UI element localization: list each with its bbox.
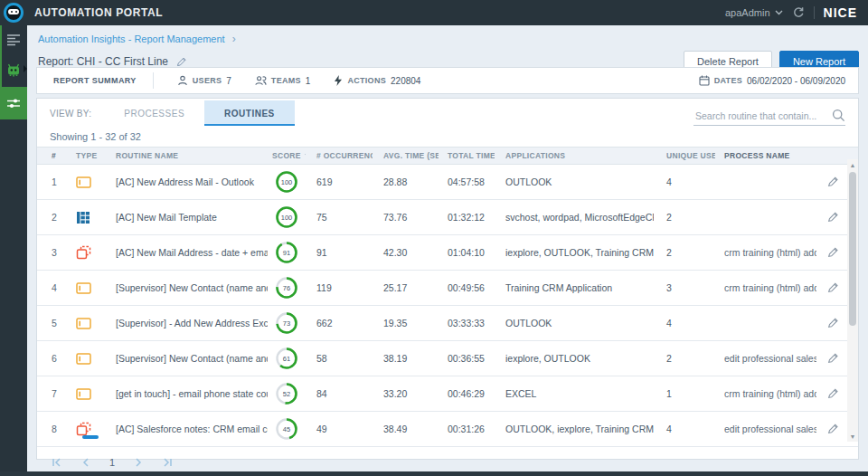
applications-value: OUTLOOK, iexplore, Training CRM Applic..… (495, 424, 654, 434)
scroll-down-icon[interactable]: ▼ (847, 431, 858, 442)
routine-name[interactable]: [AC] Salesforce notes: CRM email copy ..… (105, 424, 268, 434)
next-page-button[interactable] (133, 457, 144, 468)
occurrences-value: 619 (306, 176, 373, 187)
col-header-routine-name[interactable]: ROUTINE NAME (105, 151, 268, 160)
sidebar-item-settings-active[interactable] (0, 87, 27, 119)
window-type-icon (76, 317, 91, 330)
total-time-value: 04:57:58 (439, 176, 495, 187)
col-header-score[interactable]: SCORE (268, 151, 306, 160)
occurrences-value: 662 (306, 318, 373, 328)
routine-name[interactable]: [Supervisor] New Contact (name and p... (105, 282, 268, 293)
table-row[interactable]: 6 [Supervisor] New Contact (name and p..… (37, 341, 858, 376)
search-input[interactable] (693, 107, 845, 126)
table-row[interactable]: 3 [AC] New Mail Address - date + email +… (37, 235, 858, 271)
teams-icon (255, 75, 267, 86)
routine-name[interactable]: [AC] New Mail Template (105, 212, 268, 223)
row-number: 5 (37, 318, 69, 328)
first-page-button[interactable] (52, 457, 62, 468)
window-type-icon (76, 352, 91, 366)
summary-teams: TEAMS 1 (255, 75, 311, 86)
process-name-value: edit professional salesf... (715, 353, 816, 364)
tab-routines[interactable]: ROUTINES (204, 100, 295, 126)
col-header-process-name[interactable]: PROCESS NAME (715, 151, 816, 160)
edit-routine-button[interactable] (816, 246, 849, 259)
routine-name[interactable]: [Supervisor] New Contact (name and p... (105, 353, 268, 364)
unique-users-value: 2 (654, 247, 715, 258)
edit-report-name-button[interactable] (175, 56, 187, 68)
horizontal-scrollbar-thumb[interactable] (82, 435, 99, 439)
routine-name[interactable]: [get in touch] - email phone state coun.… (105, 388, 268, 399)
edit-routine-button[interactable] (816, 352, 849, 365)
vertical-scrollbar-thumb[interactable] (849, 172, 856, 326)
summary-dates[interactable]: DATES 06/02/2020 - 06/09/2020 (699, 75, 858, 86)
col-header-occurrences[interactable]: # OCCURRENCES (306, 151, 373, 160)
scroll-up-icon[interactable]: ▲ (847, 159, 858, 170)
copy-type-icon (76, 422, 91, 436)
col-header-total-time[interactable]: TOTAL TIME (439, 151, 495, 160)
score-cell: 61 (268, 347, 306, 370)
pencil-icon (826, 317, 839, 329)
summary-divider (153, 72, 154, 89)
pencil-icon (826, 281, 839, 294)
process-name-value: edit professional salesf... (715, 424, 816, 434)
edit-routine-button[interactable] (816, 176, 849, 188)
sliders-icon (6, 97, 21, 109)
edit-routine-button[interactable] (816, 211, 849, 224)
edit-routine-button[interactable] (816, 281, 849, 294)
occurrences-value: 91 (306, 247, 373, 258)
table-row[interactable]: 5 [Supervisor] - Add New Address Excel (37, 306, 858, 341)
occurrences-value: 75 (306, 212, 373, 223)
search-icon[interactable] (832, 109, 845, 122)
avg-time-value: 25.17 (373, 282, 439, 293)
row-number: 3 (37, 247, 69, 258)
total-time-value: 01:04:10 (439, 247, 495, 258)
table-row[interactable]: 8 [AC] Salesforce notes: CRM email copy … (37, 412, 858, 447)
refresh-icon[interactable] (792, 6, 805, 19)
table-row[interactable]: 2 [AC] New Mail Template (37, 200, 858, 235)
applications-value: Training CRM Application (495, 282, 654, 293)
sidebar-item-reports[interactable] (0, 25, 27, 54)
routine-name[interactable]: [Supervisor] - Add New Address Excel (105, 318, 268, 328)
col-header-unique-users[interactable]: UNIQUE USERS (654, 151, 715, 160)
topbar-divider (814, 6, 815, 19)
total-time-value: 03:33:33 (439, 318, 495, 328)
col-header-applications[interactable]: APPLICATIONS (495, 151, 654, 160)
table-row[interactable]: 4 [Supervisor] New Contact (name and p..… (37, 271, 858, 306)
score-value: 91 (275, 241, 298, 264)
row-number: 2 (37, 212, 69, 223)
vertical-scrollbar[interactable]: ▲ ▼ (847, 159, 858, 442)
expand-arrow-icon (24, 65, 27, 72)
routine-name[interactable]: [AC] New Address Mail - Outlook (105, 176, 268, 187)
user-menu[interactable]: apaAdmin (725, 7, 783, 18)
process-name-value: crm training (html) add... (715, 282, 816, 293)
edit-routine-button[interactable] (816, 423, 849, 435)
actions-value: 220804 (391, 76, 420, 86)
score-cell: 100 (268, 170, 306, 194)
breadcrumb-link[interactable]: Automation Insights - Report Management (38, 33, 225, 44)
list-icon (6, 33, 21, 46)
routine-type-cell (69, 281, 105, 295)
user-icon (177, 75, 188, 86)
score-value: 45 (275, 417, 298, 441)
tab-processes[interactable]: PROCESSES (104, 100, 204, 126)
current-page[interactable]: 1 (109, 457, 115, 468)
col-header-avg-time[interactable]: AVG. TIME (SEC) (373, 151, 439, 160)
table-row[interactable]: 7 [get in touch] - email phone state cou… (37, 376, 858, 412)
routine-name[interactable]: [AC] New Mail Address - date + email +..… (105, 247, 268, 258)
app-title: AUTOMATION PORTAL (34, 6, 163, 19)
table-row[interactable]: 1 [AC] New Address Mail - Outlook (37, 165, 858, 200)
total-time-value: 01:32:12 (439, 212, 495, 223)
top-bar: AUTOMATION PORTAL apaAdmin NICE (0, 0, 868, 25)
nice-logo: NICE (824, 5, 857, 20)
edit-routine-button[interactable] (816, 387, 849, 400)
score-cell: 73 (268, 311, 306, 335)
total-time-value: 00:49:56 (439, 282, 495, 293)
lightning-icon (334, 75, 343, 86)
copy-type-icon (76, 245, 91, 260)
last-page-button[interactable] (162, 457, 173, 468)
view-tabs: VIEW BY: PROCESSES ROUTINES (37, 99, 858, 126)
applications-value: iexplore, OUTLOOK, Training CRM Applic..… (495, 247, 654, 258)
sidebar-item-automation-finder[interactable] (0, 54, 27, 87)
edit-routine-button[interactable] (816, 317, 849, 329)
previous-page-button[interactable] (80, 457, 91, 468)
